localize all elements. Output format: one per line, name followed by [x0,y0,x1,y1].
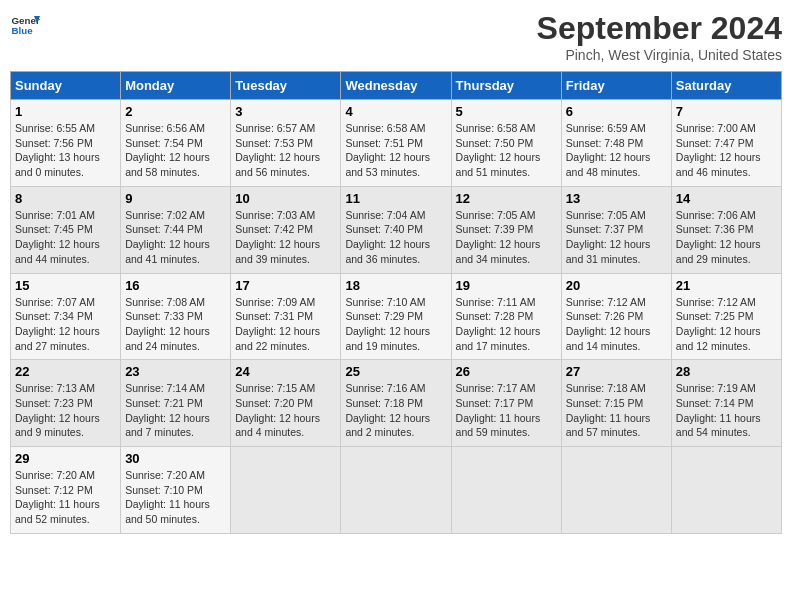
col-header-monday: Monday [121,72,231,100]
day-number: 7 [676,104,777,119]
day-number: 19 [456,278,557,293]
day-number: 27 [566,364,667,379]
day-info: Sunrise: 7:17 AMSunset: 7:17 PMDaylight:… [456,381,557,440]
day-cell: 4Sunrise: 6:58 AMSunset: 7:51 PMDaylight… [341,100,451,187]
day-number: 15 [15,278,116,293]
day-info: Sunrise: 7:05 AMSunset: 7:37 PMDaylight:… [566,208,667,267]
day-cell: 3Sunrise: 6:57 AMSunset: 7:53 PMDaylight… [231,100,341,187]
day-cell: 5Sunrise: 6:58 AMSunset: 7:50 PMDaylight… [451,100,561,187]
day-cell: 8Sunrise: 7:01 AMSunset: 7:45 PMDaylight… [11,186,121,273]
week-row-3: 15Sunrise: 7:07 AMSunset: 7:34 PMDayligh… [11,273,782,360]
day-cell: 14Sunrise: 7:06 AMSunset: 7:36 PMDayligh… [671,186,781,273]
day-cell: 21Sunrise: 7:12 AMSunset: 7:25 PMDayligh… [671,273,781,360]
day-info: Sunrise: 6:56 AMSunset: 7:54 PMDaylight:… [125,121,226,180]
day-cell: 13Sunrise: 7:05 AMSunset: 7:37 PMDayligh… [561,186,671,273]
day-info: Sunrise: 7:06 AMSunset: 7:36 PMDaylight:… [676,208,777,267]
header: General Blue September 2024 Pinch, West … [10,10,782,63]
day-number: 14 [676,191,777,206]
day-info: Sunrise: 6:57 AMSunset: 7:53 PMDaylight:… [235,121,336,180]
day-cell: 27Sunrise: 7:18 AMSunset: 7:15 PMDayligh… [561,360,671,447]
day-cell: 15Sunrise: 7:07 AMSunset: 7:34 PMDayligh… [11,273,121,360]
day-info: Sunrise: 7:15 AMSunset: 7:20 PMDaylight:… [235,381,336,440]
day-number: 13 [566,191,667,206]
day-number: 11 [345,191,446,206]
day-cell: 19Sunrise: 7:11 AMSunset: 7:28 PMDayligh… [451,273,561,360]
day-cell [341,447,451,534]
day-number: 28 [676,364,777,379]
day-cell: 22Sunrise: 7:13 AMSunset: 7:23 PMDayligh… [11,360,121,447]
day-number: 21 [676,278,777,293]
day-cell: 2Sunrise: 6:56 AMSunset: 7:54 PMDaylight… [121,100,231,187]
day-number: 24 [235,364,336,379]
day-info: Sunrise: 7:00 AMSunset: 7:47 PMDaylight:… [676,121,777,180]
day-cell [671,447,781,534]
day-info: Sunrise: 7:04 AMSunset: 7:40 PMDaylight:… [345,208,446,267]
day-number: 9 [125,191,226,206]
week-row-4: 22Sunrise: 7:13 AMSunset: 7:23 PMDayligh… [11,360,782,447]
day-cell: 6Sunrise: 6:59 AMSunset: 7:48 PMDaylight… [561,100,671,187]
col-header-tuesday: Tuesday [231,72,341,100]
day-cell: 30Sunrise: 7:20 AMSunset: 7:10 PMDayligh… [121,447,231,534]
day-cell: 28Sunrise: 7:19 AMSunset: 7:14 PMDayligh… [671,360,781,447]
day-info: Sunrise: 7:02 AMSunset: 7:44 PMDaylight:… [125,208,226,267]
day-number: 30 [125,451,226,466]
day-number: 16 [125,278,226,293]
day-number: 25 [345,364,446,379]
day-number: 2 [125,104,226,119]
day-number: 22 [15,364,116,379]
day-info: Sunrise: 7:07 AMSunset: 7:34 PMDaylight:… [15,295,116,354]
day-cell: 9Sunrise: 7:02 AMSunset: 7:44 PMDaylight… [121,186,231,273]
day-number: 23 [125,364,226,379]
day-number: 3 [235,104,336,119]
day-cell: 10Sunrise: 7:03 AMSunset: 7:42 PMDayligh… [231,186,341,273]
day-cell: 24Sunrise: 7:15 AMSunset: 7:20 PMDayligh… [231,360,341,447]
day-cell: 26Sunrise: 7:17 AMSunset: 7:17 PMDayligh… [451,360,561,447]
title-area: September 2024 Pinch, West Virginia, Uni… [537,10,782,63]
logo: General Blue [10,10,40,40]
day-info: Sunrise: 6:58 AMSunset: 7:51 PMDaylight:… [345,121,446,180]
day-number: 8 [15,191,116,206]
col-header-saturday: Saturday [671,72,781,100]
day-info: Sunrise: 7:03 AMSunset: 7:42 PMDaylight:… [235,208,336,267]
day-number: 5 [456,104,557,119]
day-info: Sunrise: 7:11 AMSunset: 7:28 PMDaylight:… [456,295,557,354]
week-row-2: 8Sunrise: 7:01 AMSunset: 7:45 PMDaylight… [11,186,782,273]
day-info: Sunrise: 6:58 AMSunset: 7:50 PMDaylight:… [456,121,557,180]
logo-icon: General Blue [10,10,40,40]
calendar-table: SundayMondayTuesdayWednesdayThursdayFrid… [10,71,782,534]
day-cell [561,447,671,534]
day-number: 4 [345,104,446,119]
day-info: Sunrise: 6:59 AMSunset: 7:48 PMDaylight:… [566,121,667,180]
day-info: Sunrise: 7:18 AMSunset: 7:15 PMDaylight:… [566,381,667,440]
day-info: Sunrise: 7:08 AMSunset: 7:33 PMDaylight:… [125,295,226,354]
day-info: Sunrise: 7:05 AMSunset: 7:39 PMDaylight:… [456,208,557,267]
day-info: Sunrise: 7:12 AMSunset: 7:26 PMDaylight:… [566,295,667,354]
day-cell: 23Sunrise: 7:14 AMSunset: 7:21 PMDayligh… [121,360,231,447]
day-info: Sunrise: 7:10 AMSunset: 7:29 PMDaylight:… [345,295,446,354]
day-info: Sunrise: 7:19 AMSunset: 7:14 PMDaylight:… [676,381,777,440]
day-info: Sunrise: 7:12 AMSunset: 7:25 PMDaylight:… [676,295,777,354]
day-number: 6 [566,104,667,119]
day-cell [451,447,561,534]
day-info: Sunrise: 7:14 AMSunset: 7:21 PMDaylight:… [125,381,226,440]
day-info: Sunrise: 7:13 AMSunset: 7:23 PMDaylight:… [15,381,116,440]
main-title: September 2024 [537,10,782,47]
col-header-wednesday: Wednesday [341,72,451,100]
day-cell: 17Sunrise: 7:09 AMSunset: 7:31 PMDayligh… [231,273,341,360]
day-cell: 16Sunrise: 7:08 AMSunset: 7:33 PMDayligh… [121,273,231,360]
day-info: Sunrise: 7:20 AMSunset: 7:10 PMDaylight:… [125,468,226,527]
day-cell: 18Sunrise: 7:10 AMSunset: 7:29 PMDayligh… [341,273,451,360]
day-info: Sunrise: 6:55 AMSunset: 7:56 PMDaylight:… [15,121,116,180]
week-row-5: 29Sunrise: 7:20 AMSunset: 7:12 PMDayligh… [11,447,782,534]
day-cell: 12Sunrise: 7:05 AMSunset: 7:39 PMDayligh… [451,186,561,273]
day-info: Sunrise: 7:09 AMSunset: 7:31 PMDaylight:… [235,295,336,354]
day-info: Sunrise: 7:20 AMSunset: 7:12 PMDaylight:… [15,468,116,527]
day-number: 26 [456,364,557,379]
day-info: Sunrise: 7:01 AMSunset: 7:45 PMDaylight:… [15,208,116,267]
day-number: 20 [566,278,667,293]
day-cell: 20Sunrise: 7:12 AMSunset: 7:26 PMDayligh… [561,273,671,360]
svg-text:Blue: Blue [12,25,34,36]
day-cell: 11Sunrise: 7:04 AMSunset: 7:40 PMDayligh… [341,186,451,273]
col-header-friday: Friday [561,72,671,100]
header-row: SundayMondayTuesdayWednesdayThursdayFrid… [11,72,782,100]
